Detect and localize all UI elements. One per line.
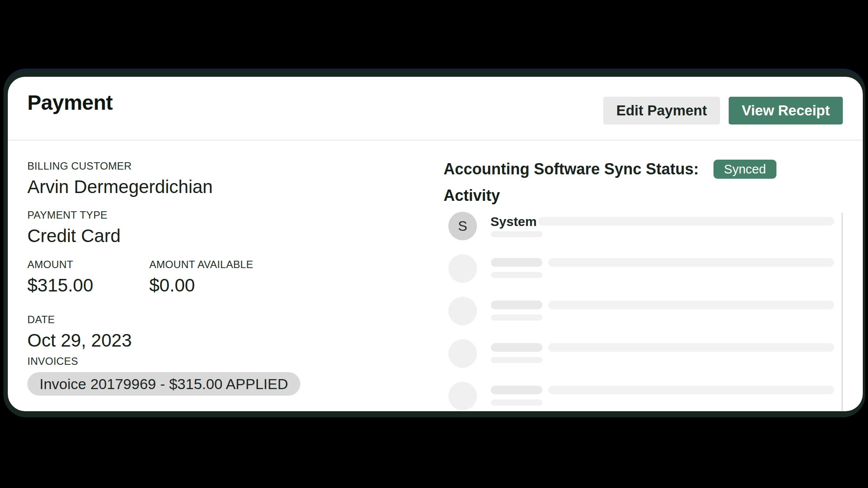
field-payment-type: PAYMENT TYPE Credit Card <box>27 209 121 246</box>
sync-status-row: Accounting Software Sync Status: Synced <box>444 160 776 179</box>
card-halo: Payment Edit Payment View Receipt BILLIN… <box>3 69 865 417</box>
payment-card: Payment Edit Payment View Receipt BILLIN… <box>8 77 863 411</box>
field-amount: AMOUNT $315.00 <box>27 258 93 295</box>
activity-skeleton-row <box>444 339 834 382</box>
skeleton-bar <box>491 258 542 267</box>
field-label: PAYMENT TYPE <box>27 209 121 222</box>
skeleton-bar <box>491 314 542 321</box>
activity-skeleton-row <box>444 382 834 411</box>
avatar-placeholder <box>448 339 477 368</box>
field-label: INVOICES <box>27 355 300 368</box>
activity-skeleton-row <box>444 254 834 297</box>
invoice-chip[interactable]: Invoice 20179969 - $315.00 APPLIED <box>27 372 300 396</box>
skeleton-bar <box>548 386 834 394</box>
header-actions: Edit Payment View Receipt <box>603 97 843 124</box>
skeleton-bar <box>491 386 542 394</box>
activity-skeleton-row <box>444 297 834 339</box>
skeleton-bar <box>548 258 834 267</box>
activity-list: S System <box>444 212 834 411</box>
skeleton-bar <box>491 231 542 237</box>
field-label: DATE <box>27 313 132 326</box>
activity-heading: Activity <box>444 187 500 205</box>
field-label: AMOUNT <box>27 258 93 271</box>
field-value: Credit Card <box>27 226 121 246</box>
field-date: DATE Oct 29, 2023 <box>27 313 132 350</box>
activity-row-system: S System <box>444 212 834 254</box>
field-label: AMOUNT AVAILABLE <box>149 258 253 271</box>
field-billing-customer: BILLING CUSTOMER Arvin Dermegerdichian <box>27 160 213 197</box>
skeleton-bar <box>491 301 542 309</box>
edit-payment-button[interactable]: Edit Payment <box>603 97 720 124</box>
avatar-placeholder <box>448 297 477 325</box>
view-receipt-button[interactable]: View Receipt <box>729 97 843 124</box>
skeleton-bar <box>491 272 542 278</box>
field-value: $315.00 <box>27 275 93 295</box>
skeleton-bar <box>548 343 834 352</box>
field-invoices: INVOICES Invoice 20179969 - $315.00 APPL… <box>27 355 300 396</box>
field-value: Arvin Dermegerdichian <box>27 177 213 197</box>
field-value: Oct 29, 2023 <box>27 331 132 350</box>
page-title: Payment <box>27 90 113 116</box>
skeleton-bar <box>491 357 542 363</box>
system-avatar: S <box>448 212 477 240</box>
activity-actor-name: System <box>490 215 537 228</box>
skeleton-bar <box>491 400 542 406</box>
field-amount-available: AMOUNT AVAILABLE $0.00 <box>149 258 253 295</box>
avatar-placeholder <box>448 382 477 410</box>
skeleton-bar <box>491 343 542 352</box>
skeleton-bar <box>538 217 834 226</box>
avatar-placeholder <box>448 254 477 283</box>
field-value: $0.00 <box>149 275 253 295</box>
sync-status-badge: Synced <box>713 160 776 179</box>
activity-scrollbar[interactable] <box>842 213 843 411</box>
sync-status-label: Accounting Software Sync Status: <box>444 160 699 178</box>
page-background: Payment Edit Payment View Receipt BILLIN… <box>0 0 868 488</box>
field-label: BILLING CUSTOMER <box>27 160 213 173</box>
skeleton-bar <box>548 301 834 309</box>
header-divider <box>8 140 863 141</box>
